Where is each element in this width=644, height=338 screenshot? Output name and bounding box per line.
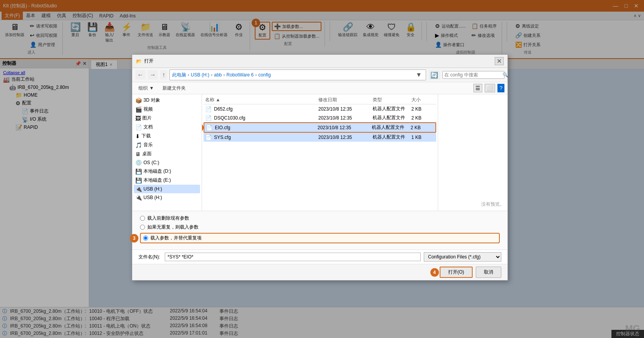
preview-text: 没有预览。 bbox=[481, 201, 504, 208]
filename-label: 文件名(N): bbox=[138, 254, 162, 260]
refresh-btn[interactable]: 🔄 bbox=[428, 70, 440, 80]
view-grid-btn[interactable]: ⬜ bbox=[485, 84, 495, 92]
file-nav: 📦 3D 对象 🎬 视频 🖼 图片 📄 文档 ⬇ 下载 🎵 音乐 bbox=[132, 94, 202, 211]
nav-docs-icon: 📄 bbox=[135, 124, 142, 130]
view-help-btn[interactable]: ? bbox=[497, 84, 504, 92]
radio-delete-existing[interactable] bbox=[140, 216, 145, 221]
file-row-dsqc[interactable]: 📄 DSQC1030.cfg 2023/10/8 12:35 机器人配置文件 2… bbox=[204, 113, 436, 122]
nav-usb-h-icon: 🔌 bbox=[135, 186, 142, 192]
nav-docs-label: 文档 bbox=[143, 124, 153, 130]
file-name-sys: SYS.cfg bbox=[214, 135, 318, 140]
file-type-eio: 机器人配置文件 bbox=[372, 124, 411, 131]
nav-downloads[interactable]: ⬇ 下载 bbox=[134, 132, 200, 140]
nav-video-label: 视频 bbox=[143, 106, 153, 113]
col-name-label: 名称 bbox=[205, 97, 214, 102]
option-no-dup-label[interactable]: 如果无重复，则载入参数 bbox=[147, 224, 199, 231]
organize-arrow: ▼ bbox=[149, 85, 154, 91]
nav-docs[interactable]: 📄 文档 bbox=[134, 123, 200, 132]
step4-badge: 4 bbox=[430, 268, 439, 277]
col-size-label: 大小 bbox=[411, 97, 421, 102]
nav-video[interactable]: 🎬 视频 bbox=[134, 105, 200, 114]
addr-usb[interactable]: USB (H:) bbox=[191, 72, 209, 78]
search-box: 🔍 bbox=[442, 71, 504, 79]
organize-btn[interactable]: 组织 ▼ bbox=[135, 84, 157, 92]
view-btn[interactable]: ☰ bbox=[473, 84, 482, 92]
file-icon-d652: 📄 bbox=[205, 106, 212, 112]
options-area: 载入前删除现有参数 如果无重复，则载入参数 3 载入参数，并替代重复项 bbox=[132, 211, 508, 250]
address-bar[interactable]: 此电脑 › USB (H:) › abb › RobotWare 6 › con… bbox=[169, 69, 426, 80]
file-type-dsqc: 机器人配置文件 bbox=[373, 114, 411, 121]
organize-label: 组织 bbox=[138, 85, 148, 92]
nav-images-label: 图片 bbox=[142, 115, 152, 121]
nav-3d-label: 3D 对象 bbox=[143, 97, 160, 104]
addr-robotware[interactable]: RobotWare 6 bbox=[226, 72, 254, 78]
option-replace-dup: 3 载入参数，并替代重复项 bbox=[140, 233, 500, 243]
nav-e-icon: 💾 bbox=[135, 177, 142, 184]
file-address-toolbar: ← → ↑ 此电脑 › USB (H:) › abb › RobotWare 6… bbox=[132, 68, 508, 82]
file-row-d652[interactable]: 📄 D652.cfg 2023/10/8 12:35 机器人配置文件 2 KB bbox=[204, 104, 436, 113]
filetype-select[interactable]: Configuration Files (*.cfg) bbox=[424, 252, 501, 262]
nav-usb-h-label: USB (H:) bbox=[143, 186, 162, 192]
nav-images[interactable]: 🖼 图片 bbox=[134, 114, 200, 123]
file-list: 名称 ▲ 修改日期 类型 大小 📄 D652.cfg bbox=[202, 94, 438, 211]
nav-d-icon: 💾 bbox=[135, 168, 142, 175]
open-button[interactable]: 打开(O) bbox=[440, 267, 473, 278]
nav-downloads-label: 下载 bbox=[142, 133, 151, 139]
addr-pc[interactable]: 此电脑 bbox=[172, 72, 186, 78]
radio-no-dup[interactable] bbox=[140, 225, 145, 230]
file-date-eio: 2023/10/8 12:35 bbox=[318, 125, 372, 130]
file-open-dialog: 📂 打开 ✕ ← → ↑ 此电脑 › USB (H:) › abb › Robo… bbox=[132, 54, 508, 281]
file-size-d652: 2 KB bbox=[411, 106, 435, 112]
option-load-if-no-dup: 如果无重复，则载入参数 bbox=[140, 224, 500, 231]
nav-music-label: 音乐 bbox=[143, 142, 153, 148]
nav-d-drive[interactable]: 💾 本地磁盘 (D:) bbox=[134, 167, 200, 176]
nav-images-icon: 🖼 bbox=[135, 115, 141, 121]
forward-btn[interactable]: → bbox=[148, 70, 158, 80]
up-btn[interactable]: ↑ bbox=[160, 70, 167, 80]
addr-config[interactable]: config bbox=[258, 72, 271, 78]
address-dropdown-btn[interactable]: ▼ bbox=[414, 71, 423, 79]
file-size-dsqc: 2 KB bbox=[411, 115, 435, 121]
nav-e-drive[interactable]: 💾 本地磁盘 (E:) bbox=[134, 176, 200, 185]
nav-c-label: OS (C:) bbox=[143, 160, 159, 165]
addr-abb[interactable]: abb bbox=[214, 72, 222, 78]
nav-music[interactable]: 🎵 音乐 bbox=[134, 140, 200, 149]
col-date-label: 修改日期 bbox=[318, 97, 337, 102]
file-list-area: 名称 ▲ 修改日期 类型 大小 📄 D652.cfg bbox=[202, 94, 508, 211]
back-btn[interactable]: ← bbox=[135, 70, 145, 80]
filename-input[interactable] bbox=[165, 253, 421, 261]
radio-replace-dup[interactable] bbox=[143, 236, 148, 241]
nav-c-drive[interactable]: 💿 OS (C:) bbox=[134, 158, 200, 167]
dialog-title-text: 打开 bbox=[144, 58, 154, 64]
file-date-d652: 2023/10/8 12:35 bbox=[318, 106, 373, 112]
file-row-sys[interactable]: 📄 SYS.cfg 2023/10/8 12:35 机器人配置文件 1 KB bbox=[204, 133, 436, 142]
nav-usb-h[interactable]: 🔌 USB (H:) bbox=[134, 185, 200, 193]
col-name[interactable]: 名称 ▲ bbox=[205, 97, 318, 103]
file-name-d652: D652.cfg bbox=[214, 106, 318, 112]
dialog-close-btn[interactable]: ✕ bbox=[495, 57, 504, 65]
cancel-button[interactable]: 取消 bbox=[476, 267, 501, 278]
filename-row: 文件名(N): Configuration Files (*.cfg) bbox=[132, 250, 508, 264]
nav-desktop[interactable]: 🖥 桌面 bbox=[134, 149, 200, 158]
nav-video-icon: 🎬 bbox=[135, 106, 142, 113]
nav-downloads-icon: ⬇ bbox=[135, 133, 140, 139]
col-date[interactable]: 修改日期 bbox=[318, 97, 373, 103]
file-list-header[interactable]: 名称 ▲ 修改日期 类型 大小 bbox=[204, 96, 436, 104]
col-size[interactable]: 大小 bbox=[411, 97, 435, 103]
file-name-dsqc: DSQC1030.cfg bbox=[214, 115, 318, 121]
file-date-dsqc: 2023/10/8 12:35 bbox=[318, 115, 373, 121]
file-name-eio: EIO.cfg bbox=[215, 125, 318, 130]
file-preview: 没有预览。 bbox=[438, 94, 508, 211]
col-type[interactable]: 类型 bbox=[373, 97, 411, 103]
nav-3d[interactable]: 📦 3D 对象 bbox=[134, 96, 200, 105]
nav-usb-h2[interactable]: 🔌 USB (H:) bbox=[134, 193, 200, 202]
file-row-eio[interactable]: 2 📄 EIO.cfg 2023/10/8 12:35 机器人配置文件 2 KB bbox=[204, 122, 436, 133]
dialog-buttons: 4 打开(O) 取消 bbox=[132, 264, 508, 280]
option-delete-existing-label[interactable]: 载入前删除现有参数 bbox=[147, 215, 189, 222]
option-delete-existing: 载入前删除现有参数 bbox=[140, 215, 500, 222]
search-input[interactable] bbox=[444, 72, 502, 78]
file-type-sys: 机器人配置文件 bbox=[373, 134, 411, 140]
option-replace-dup-label[interactable]: 载入参数，并替代重复项 bbox=[150, 235, 202, 241]
nav-desktop-icon: 🖥 bbox=[135, 151, 141, 157]
new-folder-btn[interactable]: 新建文件夹 bbox=[159, 84, 189, 92]
